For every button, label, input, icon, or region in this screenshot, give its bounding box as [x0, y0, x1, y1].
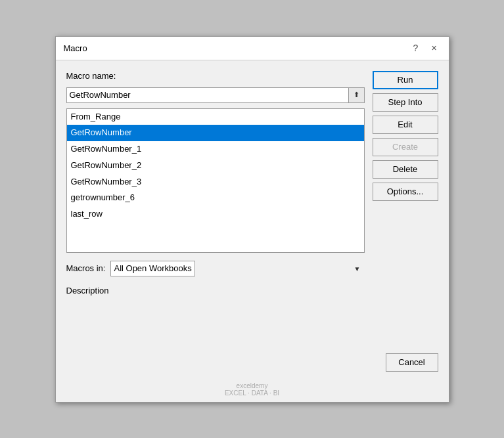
left-panel: Macro name: ⬆ From_RangeGetRowNumberGetR… — [66, 71, 365, 340]
list-item[interactable]: GetRowNumber_3 — [67, 174, 364, 190]
dialog-footer: Cancel — [56, 348, 449, 380]
macro-name-label: Macro name: — [66, 71, 365, 81]
cancel-button[interactable]: Cancel — [386, 353, 438, 372]
options-button[interactable]: Options... — [373, 183, 438, 201]
create-button[interactable]: Create — [373, 138, 438, 156]
edit-button[interactable]: Edit — [373, 116, 438, 134]
list-item[interactable]: GetRowNumber_2 — [67, 158, 364, 174]
close-button[interactable]: × — [428, 41, 441, 55]
dialog-title: Macro — [64, 43, 87, 53]
title-bar: Macro ? × — [56, 37, 449, 60]
macro-name-upload-button[interactable]: ⬆ — [349, 87, 365, 103]
list-item[interactable]: GetRowNumber_1 — [67, 141, 364, 158]
dialog-body: Macro name: ⬆ From_RangeGetRowNumberGetR… — [56, 60, 449, 348]
step-into-button[interactable]: Step Into — [373, 93, 438, 112]
right-panel: Run Step Into Edit Create Delete Options… — [373, 71, 438, 340]
macro-dialog: Macro ? × Macro name: ⬆ From_RangeGetRow… — [55, 36, 449, 403]
list-item[interactable]: getrownumber_6 — [67, 190, 364, 206]
watermark-logo: exceldemy EXCEL · DATA · BI — [56, 382, 449, 397]
description-label: Description — [66, 286, 365, 296]
delete-button[interactable]: Delete — [373, 160, 438, 179]
list-item[interactable]: From_Range — [67, 109, 364, 125]
macro-list-container[interactable]: From_RangeGetRowNumberGetRowNumber_1GetR… — [66, 108, 365, 253]
macros-in-select[interactable]: All Open WorkbooksThis Workbook — [110, 261, 195, 276]
macro-list: From_RangeGetRowNumberGetRowNumber_1GetR… — [67, 109, 364, 223]
list-item[interactable]: GetRowNumber — [67, 125, 364, 141]
description-area — [66, 301, 365, 340]
run-button[interactable]: Run — [373, 71, 438, 89]
help-button[interactable]: ? — [409, 41, 423, 55]
watermark: exceldemy EXCEL · DATA · BI — [56, 380, 449, 402]
macros-in-label: Macros in: — [66, 263, 106, 273]
title-bar-left: Macro — [64, 43, 87, 53]
macros-in-row: Macros in: All Open WorkbooksThis Workbo… — [66, 261, 365, 276]
macro-name-input[interactable] — [66, 87, 349, 103]
title-bar-right: ? × — [409, 41, 441, 55]
list-item[interactable]: last_row — [67, 206, 364, 223]
macro-name-row: ⬆ — [66, 87, 365, 103]
macros-in-select-wrapper: All Open WorkbooksThis Workbook — [110, 261, 364, 276]
